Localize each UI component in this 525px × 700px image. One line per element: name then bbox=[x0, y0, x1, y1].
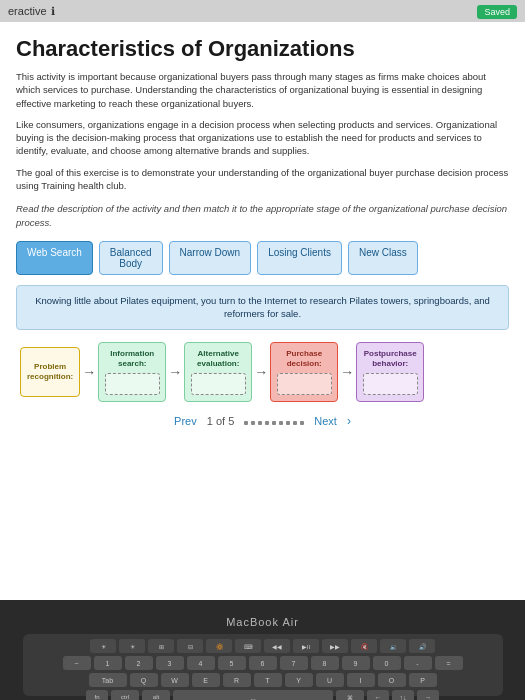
process-box-problem: Problemrecognition: bbox=[20, 347, 80, 397]
key-f2[interactable]: ☀ bbox=[119, 639, 145, 653]
key-space[interactable]: ⎵ bbox=[173, 690, 333, 700]
keyboard-fn-row: ☀ ☀ ⊞ ⊟ 🔆 ⌨ ◀◀ ▶II ▶▶ 🔇 🔉 🔊 bbox=[29, 639, 497, 653]
key-f9[interactable]: ▶▶ bbox=[322, 639, 348, 653]
process-box-info: Informationsearch: bbox=[98, 342, 166, 403]
key-e[interactable]: E bbox=[192, 673, 220, 687]
key-y[interactable]: Y bbox=[285, 673, 313, 687]
process-box-purchase: Purchasedecision: bbox=[270, 342, 338, 403]
process-flow: Problemrecognition: → Informationsearch:… bbox=[16, 342, 509, 403]
key-o[interactable]: O bbox=[378, 673, 406, 687]
key-8[interactable]: 8 bbox=[311, 656, 339, 670]
drag-item-4[interactable]: New Class bbox=[348, 241, 418, 275]
drag-item-1[interactable]: BalancedBody bbox=[99, 241, 163, 275]
keyboard-number-row: ~ 1 2 3 4 5 6 7 8 9 0 - = bbox=[29, 656, 497, 670]
key-9[interactable]: 9 bbox=[342, 656, 370, 670]
content-area: Characteristics of Organizations This ac… bbox=[0, 22, 525, 600]
next-button[interactable]: Next bbox=[314, 415, 337, 427]
hint-box: Knowing little about Pilates equipment, … bbox=[16, 285, 509, 330]
key-tilde[interactable]: ~ bbox=[63, 656, 91, 670]
key-5[interactable]: 5 bbox=[218, 656, 246, 670]
arrow-3: → bbox=[254, 364, 268, 380]
arrow-1: → bbox=[82, 364, 96, 380]
key-f4[interactable]: ⊟ bbox=[177, 639, 203, 653]
key-r[interactable]: R bbox=[223, 673, 251, 687]
page-title: Characteristics of Organizations bbox=[16, 36, 509, 62]
drag-items-container: Web Search BalancedBody Narrow Down Losi… bbox=[16, 241, 509, 275]
intro-text-2: Like consumers, organizations engage in … bbox=[16, 118, 509, 158]
key-f5[interactable]: 🔆 bbox=[206, 639, 232, 653]
key-tab[interactable]: Tab bbox=[89, 673, 127, 687]
key-6[interactable]: 6 bbox=[249, 656, 277, 670]
intro-text: This activity is important because organ… bbox=[16, 70, 509, 110]
key-f6[interactable]: ⌨ bbox=[235, 639, 261, 653]
drop-zone-info[interactable] bbox=[105, 373, 160, 395]
key-equals[interactable]: = bbox=[435, 656, 463, 670]
keyboard-qwerty-row: Tab Q W E R T Y U I O P bbox=[29, 673, 497, 687]
key-ctrl[interactable]: ctrl bbox=[111, 690, 139, 700]
drag-item-0[interactable]: Web Search bbox=[16, 241, 93, 275]
key-vol-down[interactable]: 🔉 bbox=[380, 639, 406, 653]
key-right[interactable]: → bbox=[417, 690, 439, 700]
info-icon[interactable]: ℹ bbox=[51, 5, 55, 18]
prev-button[interactable]: Prev bbox=[174, 415, 197, 427]
next-chevron-icon: › bbox=[347, 414, 351, 428]
process-box-alt: Alternativeevaluation: bbox=[184, 342, 252, 403]
arrow-2: → bbox=[168, 364, 182, 380]
key-f8[interactable]: ▶II bbox=[293, 639, 319, 653]
key-mute[interactable]: 🔇 bbox=[351, 639, 377, 653]
keyboard-space-row: fn ctrl alt ⎵ ⌘ ← ↑↓ → bbox=[29, 690, 497, 700]
key-0[interactable]: 0 bbox=[373, 656, 401, 670]
key-2[interactable]: 2 bbox=[125, 656, 153, 670]
key-1[interactable]: 1 bbox=[94, 656, 122, 670]
key-up-down[interactable]: ↑↓ bbox=[392, 690, 414, 700]
key-f3[interactable]: ⊞ bbox=[148, 639, 174, 653]
dots-icon bbox=[244, 415, 304, 427]
key-vol-up[interactable]: 🔊 bbox=[409, 639, 435, 653]
key-i[interactable]: I bbox=[347, 673, 375, 687]
nav-row: Prev 1 of 5 Next › bbox=[16, 414, 509, 428]
macbook-area: MacBook Air ☀ ☀ ⊞ ⊟ 🔆 ⌨ ◀◀ ▶II ▶▶ 🔇 🔉 🔊 … bbox=[0, 600, 525, 700]
macbook-label: MacBook Air bbox=[226, 616, 299, 628]
key-cmd[interactable]: ⌘ bbox=[336, 690, 364, 700]
key-t[interactable]: T bbox=[254, 673, 282, 687]
instruction-text: Read the description of the activity and… bbox=[16, 202, 509, 229]
page-info: 1 of 5 bbox=[207, 415, 235, 427]
key-7[interactable]: 7 bbox=[280, 656, 308, 670]
key-u[interactable]: U bbox=[316, 673, 344, 687]
app-label: eractive bbox=[8, 5, 47, 17]
key-f7[interactable]: ◀◀ bbox=[264, 639, 290, 653]
drag-item-2[interactable]: Narrow Down bbox=[169, 241, 252, 275]
keyboard: ☀ ☀ ⊞ ⊟ 🔆 ⌨ ◀◀ ▶II ▶▶ 🔇 🔉 🔊 ~ 1 2 3 4 5 … bbox=[23, 634, 503, 696]
goal-text: The goal of this exercise is to demonstr… bbox=[16, 166, 509, 193]
key-w[interactable]: W bbox=[161, 673, 189, 687]
key-minus[interactable]: - bbox=[404, 656, 432, 670]
key-alt[interactable]: alt bbox=[142, 690, 170, 700]
arrow-4: → bbox=[340, 364, 354, 380]
drop-zone-purchase[interactable] bbox=[277, 373, 332, 395]
drop-zone-post[interactable] bbox=[363, 373, 418, 395]
saved-badge: Saved bbox=[477, 5, 517, 17]
process-box-post: Postpurchasebehavior: bbox=[356, 342, 424, 403]
key-f1[interactable]: ☀ bbox=[90, 639, 116, 653]
key-p[interactable]: P bbox=[409, 673, 437, 687]
key-q[interactable]: Q bbox=[130, 673, 158, 687]
key-3[interactable]: 3 bbox=[156, 656, 184, 670]
key-left[interactable]: ← bbox=[367, 690, 389, 700]
key-4[interactable]: 4 bbox=[187, 656, 215, 670]
drag-item-3[interactable]: Losing Clients bbox=[257, 241, 342, 275]
key-fn[interactable]: fn bbox=[86, 690, 108, 700]
top-bar: eractive ℹ Saved bbox=[0, 0, 525, 22]
drop-zone-alt[interactable] bbox=[191, 373, 246, 395]
